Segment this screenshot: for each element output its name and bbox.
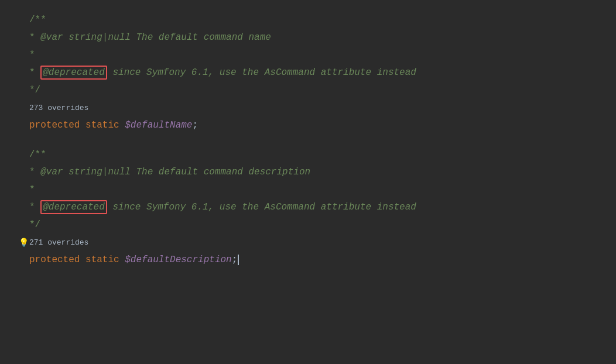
keyword-protected-2: protected xyxy=(29,255,80,265)
comment-deprecated-body-2: since Symfony 6.1, use the AsCommand att… xyxy=(107,202,416,212)
code-text-2: * @var string|null The default command n… xyxy=(29,30,598,46)
overrides-count-1: 273 overrides xyxy=(29,104,88,112)
code-text-10: * @var string|null The default command d… xyxy=(29,165,598,180)
comment-close-2: */ xyxy=(29,219,40,230)
code-line-12: * @deprecated since Symfony 6.1, use the… xyxy=(18,199,598,217)
overrides-count-2: 271 overrides xyxy=(29,238,88,247)
code-line-13: */ xyxy=(18,217,598,234)
comment-close-1: */ xyxy=(29,85,40,95)
atdeprecated-tag-2: @deprecated xyxy=(43,202,105,212)
comment-star-12: * xyxy=(29,202,40,212)
code-editor: /** * @var string|null The default comma… xyxy=(0,0,616,364)
code-text-1: /** xyxy=(29,13,598,28)
code-line-3: * xyxy=(18,47,598,64)
code-text-7: protected static $defaultName; xyxy=(29,118,598,133)
code-text-11: * xyxy=(29,183,598,198)
deprecated-highlight-2: @deprecated xyxy=(40,200,107,214)
code-text-6: 273 overrides xyxy=(29,101,598,116)
variable-defaultname: $defaultName xyxy=(125,120,192,131)
code-line-1: /** xyxy=(18,12,598,29)
code-text-15: protected static $defaultDescription; xyxy=(29,253,598,268)
variable-defaultdescription: $defaultDescription xyxy=(125,255,231,265)
comment-star-4: * xyxy=(29,67,40,78)
semicolon-2: ; xyxy=(232,255,238,265)
atvar-tag-10: @var xyxy=(40,167,63,177)
comment-open-1: /** xyxy=(29,15,46,25)
code-line-5: */ xyxy=(18,82,598,99)
code-line-6: 273 overrides xyxy=(18,99,598,117)
code-text-14: 271 overrides xyxy=(29,235,598,250)
code-text-3: * xyxy=(29,48,598,63)
comment-open-2: /** xyxy=(29,149,46,160)
text-cursor xyxy=(238,255,239,265)
deprecated-highlight-1: @deprecated xyxy=(40,66,107,80)
comment-star-10: * xyxy=(29,167,40,177)
keyword-static-2: static xyxy=(85,255,119,265)
code-line-10: * @var string|null The default command d… xyxy=(18,164,598,181)
code-line-11: * xyxy=(18,181,598,199)
code-text-5: */ xyxy=(29,83,598,98)
semicolon-1: ; xyxy=(192,120,198,131)
keyword-protected-1: protected xyxy=(29,120,80,131)
code-line-9: /** xyxy=(18,146,598,164)
atdeprecated-tag-1: @deprecated xyxy=(43,67,105,78)
comment-star-11: * xyxy=(29,184,35,195)
code-spacer-1 xyxy=(18,135,598,146)
comment-star-2: * xyxy=(29,32,40,43)
code-text-13: */ xyxy=(29,218,598,233)
comment-star-3: * xyxy=(29,50,35,60)
line-indicator-14: 💡 xyxy=(18,236,29,249)
code-line-4: * @deprecated since Symfony 6.1, use the… xyxy=(18,64,598,82)
code-line-2: * @var string|null The default command n… xyxy=(18,29,598,47)
code-text-12: * @deprecated since Symfony 6.1, use the… xyxy=(29,200,598,215)
code-line-14: 💡 271 overrides xyxy=(18,234,598,252)
code-line-7: protected static $defaultName; xyxy=(18,117,598,135)
bulb-icon[interactable]: 💡 xyxy=(19,236,29,249)
code-line-15: protected static $defaultDescription; xyxy=(18,252,598,269)
atvar-tag-2: @var xyxy=(40,32,63,43)
comment-body-10: string|null The default command descript… xyxy=(63,167,310,177)
code-text-9: /** xyxy=(29,147,598,163)
keyword-static-1: static xyxy=(85,120,119,131)
comment-body-2: string|null The default command name xyxy=(63,32,271,43)
code-text-4: * @deprecated since Symfony 6.1, use the… xyxy=(29,66,598,81)
comment-deprecated-body-1: since Symfony 6.1, use the AsCommand att… xyxy=(107,67,416,78)
